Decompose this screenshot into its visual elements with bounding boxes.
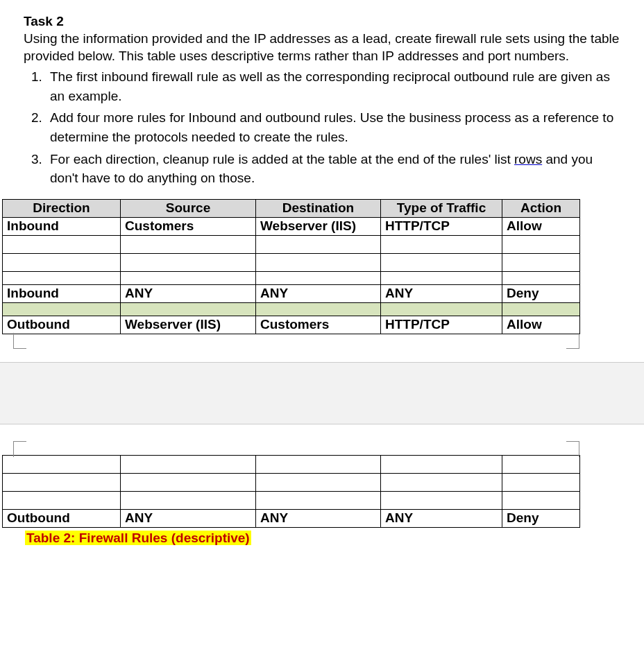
table-row-cleanup-inbound: Inbound ANY ANY ANY Deny [3, 284, 580, 302]
cell: Inbound [3, 284, 121, 302]
page-gap [0, 362, 644, 424]
cell: Webserver (IIS) [121, 316, 256, 334]
cell: Outbound [3, 316, 121, 334]
cell: Deny [502, 284, 580, 302]
cell: HTTP/TCP [381, 316, 502, 334]
col-direction: Direction [3, 199, 121, 217]
table-row-empty [3, 271, 580, 284]
cell: HTTP/TCP [381, 217, 502, 235]
table-header-row: Direction Source Destination Type of Tra… [3, 199, 580, 217]
task-list: The first inbound firewall rule as well … [46, 67, 620, 187]
table-caption: Table 2: Firewall Rules (descriptive) [25, 531, 644, 546]
table-row-empty [3, 235, 580, 253]
col-destination: Destination [256, 199, 381, 217]
cell: ANY [121, 284, 256, 302]
task-intro: Using the information provided and the I… [24, 31, 620, 64]
list-item: Add four more rules for Inbound and outb… [46, 108, 620, 146]
list-item: For each direction, cleanup rule is adde… [46, 150, 620, 188]
cell: ANY [121, 509, 256, 527]
table-row-empty [3, 473, 580, 491]
cell: Inbound [3, 217, 121, 235]
cell: ANY [381, 509, 502, 527]
table-row-empty [3, 491, 580, 509]
table-row-empty [3, 253, 580, 271]
cell: Outbound [3, 509, 121, 527]
table-row-empty [3, 455, 580, 473]
firewall-table-lower: Outbound ANY ANY ANY Deny [2, 455, 580, 528]
cell: Customers [121, 217, 256, 235]
page-break-marker-bottom [2, 334, 579, 350]
table-row-cleanup-outbound: Outbound ANY ANY ANY Deny [3, 509, 580, 527]
table-row-outbound-example: Outbound Webserver (IIS) Customers HTTP/… [3, 316, 580, 334]
cell: Webserver (IIS) [256, 217, 381, 235]
col-action: Action [502, 199, 580, 217]
task-title: Task 2 [24, 14, 620, 29]
cell: ANY [256, 284, 381, 302]
cell: ANY [381, 284, 502, 302]
cell: ANY [256, 509, 381, 527]
cell: Deny [502, 509, 580, 527]
page-break-marker-top [2, 440, 579, 455]
table-row-separator [3, 302, 580, 316]
cell: Allow [502, 217, 580, 235]
underlined-word: rows [514, 152, 542, 166]
list-item: The first inbound firewall rule as well … [46, 67, 620, 105]
table-row: Inbound Customers Webserver (IIS) HTTP/T… [3, 217, 580, 235]
col-source: Source [121, 199, 256, 217]
cell: Allow [502, 316, 580, 334]
cell: Customers [256, 316, 381, 334]
col-traffic: Type of Traffic [381, 199, 502, 217]
firewall-table-upper: Direction Source Destination Type of Tra… [2, 199, 580, 334]
